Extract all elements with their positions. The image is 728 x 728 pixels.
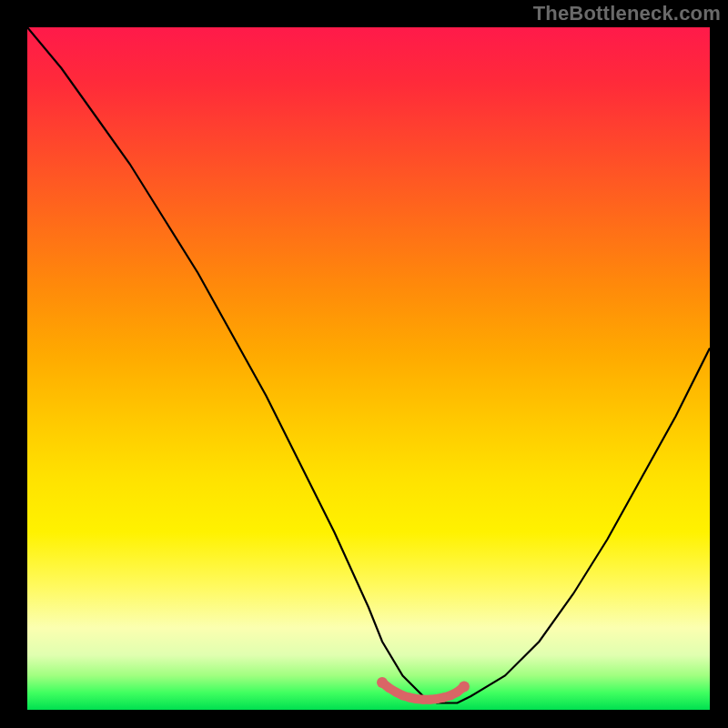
plot-area xyxy=(27,27,710,710)
valley-highlight xyxy=(377,677,470,700)
chart-container: TheBottleneck.com xyxy=(0,0,728,728)
bottleneck-curve xyxy=(27,27,710,703)
watermark-text: TheBottleneck.com xyxy=(533,2,721,25)
svg-point-13 xyxy=(459,682,470,693)
curve-svg xyxy=(27,27,710,710)
